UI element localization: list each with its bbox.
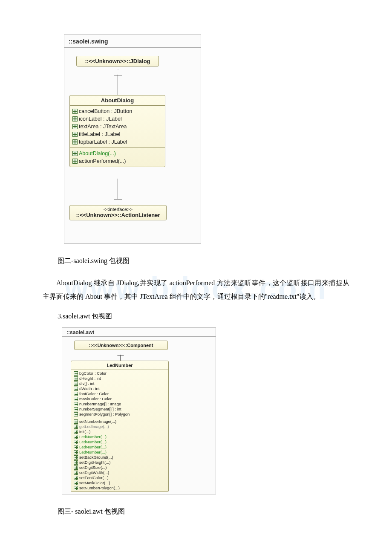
member-label: titleLabel : JLabel bbox=[79, 130, 120, 138]
member-label: topbarLabel : JLabel bbox=[79, 138, 127, 146]
uml-class-aboutdialog: AboutDialog cancelButton : JButtoniconLa… bbox=[69, 95, 165, 167]
interface-name: ::<<Unknown>>::ActionListener bbox=[70, 212, 166, 220]
member-label: fontColor : Color bbox=[79, 391, 109, 396]
uml-member-row: LedNumber(...) bbox=[71, 445, 168, 450]
class-name: LedNumber bbox=[71, 361, 168, 370]
member-label: setMaskColor(...) bbox=[79, 480, 110, 486]
member-label: setNumberPolygon(...) bbox=[79, 486, 120, 491]
public-icon bbox=[74, 425, 78, 429]
member-label: div[] : int bbox=[79, 381, 94, 386]
uml-member-row: setDigitWidth(...) bbox=[71, 470, 168, 475]
class-name: AboutDialog bbox=[70, 95, 165, 105]
realization-arrowhead bbox=[114, 199, 122, 205]
figure-caption-2: 图二-saolei.swing 包视图 bbox=[58, 257, 349, 266]
private-icon bbox=[74, 382, 78, 386]
private-icon bbox=[74, 376, 78, 381]
public-icon bbox=[74, 455, 78, 460]
class-name: ::<<Unknown>>::Component bbox=[75, 341, 167, 350]
uml-member-row: div[] : int bbox=[71, 381, 168, 386]
generalization-arrowhead bbox=[114, 69, 122, 75]
public-icon bbox=[74, 430, 78, 434]
uml-member-row: dWidth : int bbox=[71, 386, 168, 391]
uml-member-row: setDigitSize(...) bbox=[71, 465, 168, 470]
package-label: ::saolei.swing bbox=[69, 38, 108, 45]
uml-member-row: LedNumber(...) bbox=[71, 439, 168, 445]
member-label: segmentPolygon[] : Polygon bbox=[79, 412, 130, 417]
divider bbox=[62, 336, 216, 337]
member-label: actionPerformed(...) bbox=[79, 157, 126, 165]
private-icon bbox=[74, 387, 78, 391]
uml-member-row: maskColor : Color bbox=[71, 396, 168, 402]
member-label: bgColor : Color bbox=[79, 371, 107, 376]
uml-member-row: fontColor : Color bbox=[71, 391, 168, 396]
uml-member-row: setNumberPolygon(...) bbox=[71, 486, 168, 491]
generalization-arrowhead bbox=[117, 351, 124, 356]
uml-member-row: bgColor : Color bbox=[71, 371, 168, 376]
public-icon bbox=[74, 445, 78, 449]
member-label: dHeight : int bbox=[79, 376, 101, 381]
uml-member-row: topbarLabel : JLabel bbox=[70, 138, 165, 146]
uml-member-row: setNumberImage(...) bbox=[71, 419, 168, 424]
member-label: setDigitHeight(...) bbox=[79, 460, 110, 465]
connector-line bbox=[120, 355, 121, 361]
uml-member-row: numberSegment[][] : int bbox=[71, 407, 168, 412]
public-icon bbox=[74, 465, 78, 470]
member-label: LedNumber(...) bbox=[79, 439, 107, 445]
private-icon bbox=[74, 371, 78, 376]
stereotype: <<interface>> bbox=[70, 205, 166, 212]
public-icon bbox=[74, 471, 78, 475]
uml-class-jdialog: ::<<Unknown>>::JDialog bbox=[76, 56, 159, 66]
public-icon bbox=[74, 486, 78, 490]
uml-diagram-swing: ::saolei.swing ::<<Unknown>>::JDialog Ab… bbox=[64, 34, 201, 244]
class-name: ::<<Unknown>>::JDialog bbox=[77, 56, 159, 66]
uml-member-row: getLedImage(...) bbox=[71, 424, 168, 429]
connector-line bbox=[118, 75, 118, 95]
uml-class-component: ::<<Unknown>>::Component bbox=[74, 341, 168, 350]
public-icon bbox=[72, 132, 78, 137]
uml-member-row: setBackGround(...) bbox=[71, 455, 168, 460]
uml-member-row: dHeight : int bbox=[71, 376, 168, 381]
member-label: textArea : JTextArea bbox=[79, 123, 127, 130]
uml-member-row: cancelButton : JButton bbox=[70, 107, 165, 115]
public-icon bbox=[74, 476, 78, 480]
member-label: cancelButton : JButton bbox=[79, 107, 132, 115]
member-label: setFontColor(...) bbox=[79, 475, 109, 480]
member-label: setNumberImage(...) bbox=[79, 419, 116, 424]
member-label: init(...) bbox=[79, 429, 90, 434]
uml-diagram-awt: ::saolei.awt ::<<Unknown>>::Component Le… bbox=[62, 327, 216, 494]
uml-member-row: AboutDialog(...) bbox=[70, 150, 165, 157]
member-label: setDigitSize(...) bbox=[79, 465, 107, 470]
member-label: LedNumber(...) bbox=[79, 445, 107, 450]
private-icon bbox=[74, 412, 78, 416]
section-heading-3: 3.saolei.awt 包视图 bbox=[58, 312, 349, 321]
public-icon bbox=[74, 450, 78, 454]
public-icon bbox=[74, 460, 78, 465]
uml-member-row: iconLabel : JLabel bbox=[70, 115, 165, 123]
public-icon bbox=[72, 124, 78, 129]
divider bbox=[64, 47, 201, 48]
public-icon bbox=[72, 151, 78, 156]
uml-class-lednumber: LedNumber bgColor : ColordHeight : intdi… bbox=[71, 361, 169, 492]
public-icon bbox=[72, 139, 78, 145]
uml-member-row: titleLabel : JLabel bbox=[70, 130, 165, 138]
body-paragraph: AboutDialog 继承自 JDialog,并实现了 actionPerfo… bbox=[43, 276, 349, 304]
public-icon bbox=[74, 481, 78, 485]
member-label: setBackGround(...) bbox=[79, 455, 113, 460]
public-icon bbox=[74, 435, 78, 439]
public-icon bbox=[72, 159, 78, 164]
private-icon bbox=[74, 407, 78, 411]
uml-interface-actionlistener: <<interface>> ::<<Unknown>>::ActionListe… bbox=[69, 205, 167, 220]
uml-member-row: setFontColor(...) bbox=[71, 475, 168, 480]
private-icon bbox=[74, 392, 78, 396]
uml-member-row: setDigitHeight(...) bbox=[71, 460, 168, 465]
uml-member-row: init(...) bbox=[71, 429, 168, 434]
member-label: getLedImage(...) bbox=[79, 424, 109, 429]
figure-caption-3: 图三- saolei.awt 包视图 bbox=[58, 507, 349, 516]
public-icon bbox=[72, 109, 78, 114]
public-icon bbox=[72, 116, 78, 121]
private-icon bbox=[74, 402, 78, 406]
connector-line bbox=[118, 179, 118, 199]
uml-member-row: LedNumber(...) bbox=[71, 434, 168, 439]
member-label: dWidth : int bbox=[79, 386, 100, 391]
member-label: LedNumber(...) bbox=[79, 450, 107, 455]
